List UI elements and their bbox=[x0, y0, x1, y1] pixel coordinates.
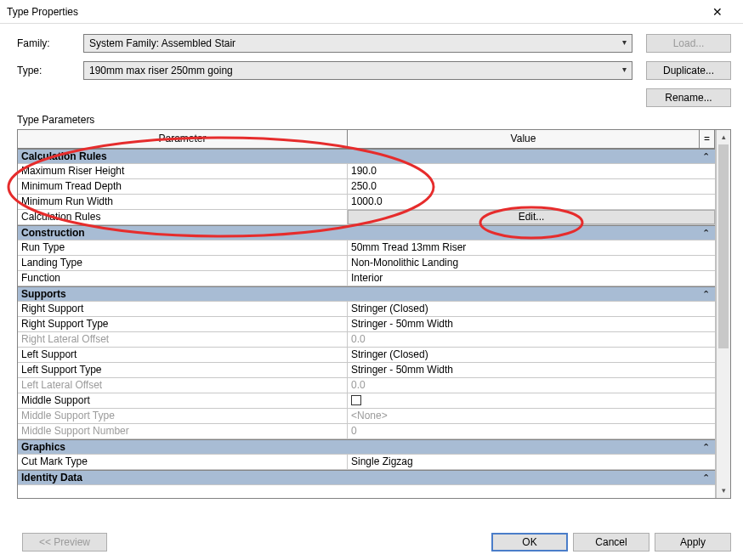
table-row[interactable]: Minimum Run Width 1000.0 bbox=[18, 195, 715, 210]
chevron-down-icon: ▾ bbox=[622, 65, 627, 74]
group-identity-data[interactable]: Identity Data ⌃ bbox=[18, 470, 715, 485]
scroll-down-icon[interactable]: ▾ bbox=[717, 484, 730, 498]
table-row[interactable]: Landing Type Non-Monolithic Landing bbox=[18, 256, 715, 271]
collapse-icon: ⌃ bbox=[702, 228, 710, 239]
ok-button[interactable]: OK bbox=[491, 533, 568, 552]
type-parameters-label: Type Parameters bbox=[17, 114, 731, 126]
type-value: 190mm max riser 250mm going bbox=[89, 65, 233, 76]
table-row[interactable]: Cut Mark Type Single Zigzag bbox=[18, 455, 715, 470]
middle-support-checkbox[interactable] bbox=[351, 395, 361, 405]
table-row[interactable]: Middle Support bbox=[18, 393, 715, 409]
load-button: Load... bbox=[646, 34, 731, 53]
family-label: Family: bbox=[17, 37, 83, 49]
titlebar: Type Properties ✕ bbox=[0, 0, 743, 24]
table-row: Left Lateral Offset 0.0 bbox=[18, 378, 715, 393]
table-row: Right Lateral Offset 0.0 bbox=[18, 332, 715, 348]
collapse-icon: ⌃ bbox=[702, 442, 710, 453]
duplicate-button[interactable]: Duplicate... bbox=[646, 61, 731, 80]
col-equals[interactable]: = bbox=[700, 130, 715, 148]
table-row[interactable]: Function Interior bbox=[18, 271, 715, 286]
close-icon[interactable]: ✕ bbox=[699, 5, 736, 19]
type-dropdown[interactable]: 190mm max riser 250mm going ▾ bbox=[83, 61, 632, 80]
col-parameter[interactable]: Parameter bbox=[18, 130, 348, 148]
rename-button[interactable]: Rename... bbox=[646, 88, 731, 107]
table-row[interactable]: Calculation Rules Edit... bbox=[18, 210, 715, 225]
collapse-icon: ⌃ bbox=[702, 151, 710, 162]
apply-button[interactable]: Apply bbox=[655, 533, 731, 552]
preview-button[interactable]: << Preview bbox=[22, 533, 107, 552]
type-label: Type: bbox=[17, 65, 83, 76]
table-row[interactable]: Right Support Type Stringer - 50mm Width bbox=[18, 317, 715, 332]
group-calculation-rules[interactable]: Calculation Rules ⌃ bbox=[18, 149, 715, 164]
scroll-thumb[interactable] bbox=[718, 144, 729, 348]
table-row[interactable]: Left Support Stringer (Closed) bbox=[18, 348, 715, 363]
family-value: System Family: Assembled Stair bbox=[89, 37, 235, 49]
table-row[interactable]: Left Support Type Stringer - 50mm Width bbox=[18, 363, 715, 378]
col-value[interactable]: Value bbox=[348, 130, 700, 148]
table-row[interactable]: Right Support Stringer (Closed) bbox=[18, 302, 715, 317]
table-row: Middle Support Type <None> bbox=[18, 409, 715, 424]
collapse-icon: ⌃ bbox=[702, 289, 710, 300]
table-row[interactable]: Maximum Riser Height 190.0 bbox=[18, 164, 715, 179]
parameter-grid: Parameter Value = Calculation Rules ⌃ Ma… bbox=[17, 129, 731, 499]
window-title: Type Properties bbox=[7, 6, 699, 18]
group-graphics[interactable]: Graphics ⌃ bbox=[18, 439, 715, 455]
table-row[interactable]: Minimum Tread Depth 250.0 bbox=[18, 179, 715, 195]
cancel-button[interactable]: Cancel bbox=[573, 533, 649, 552]
collapse-icon: ⌃ bbox=[702, 472, 710, 484]
group-supports[interactable]: Supports ⌃ bbox=[18, 286, 715, 302]
group-construction[interactable]: Construction ⌃ bbox=[18, 225, 715, 240]
family-dropdown[interactable]: System Family: Assembled Stair ▾ bbox=[83, 34, 632, 53]
edit-calculation-rules-button[interactable]: Edit... bbox=[348, 210, 715, 224]
chevron-down-icon: ▾ bbox=[622, 37, 627, 47]
vertical-scrollbar[interactable]: ▴ ▾ bbox=[716, 130, 730, 498]
scroll-up-icon[interactable]: ▴ bbox=[717, 130, 730, 144]
table-row: Middle Support Number 0 bbox=[18, 424, 715, 439]
table-row[interactable]: Run Type 50mm Tread 13mm Riser bbox=[18, 240, 715, 256]
